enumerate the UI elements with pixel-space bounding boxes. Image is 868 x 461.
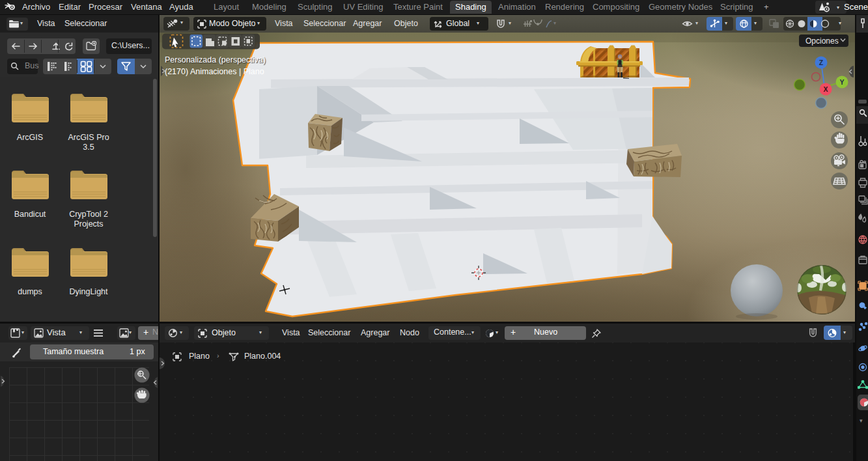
svg-text:Y: Y: [839, 78, 844, 86]
svg-text:Personalizada (perspectiva): Personalizada (perspectiva): [165, 55, 266, 64]
svg-text:(2170) Animaciones | Plano: (2170) Animaciones | Plano: [165, 67, 264, 76]
svg-text:Opciones: Opciones: [805, 36, 839, 46]
svg-text:X: X: [823, 85, 828, 93]
svg-text:Z: Z: [819, 59, 824, 66]
